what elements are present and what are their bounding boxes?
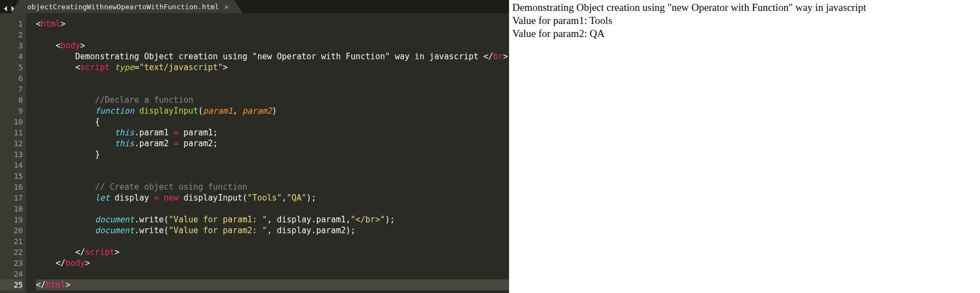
preview-line-3: Value for param2: QA <box>512 27 977 40</box>
preview-line-2: Value for param1: Tools <box>512 14 977 27</box>
line-number: 19 <box>0 214 23 225</box>
tab-filename: objectCreatingWithnewOpeartoWithFunction… <box>27 3 219 11</box>
line-number: 25 <box>0 279 23 290</box>
line-number: 24 <box>0 269 23 279</box>
code-editor-pane: objectCreatingWithnewOpeartoWithFunction… <box>0 0 509 293</box>
line-number: 1 <box>0 18 23 29</box>
line-number: 13 <box>0 149 23 160</box>
preview-line-1: Demonstrating Object creation using "new… <box>512 1 977 14</box>
tabbar: objectCreatingWithnewOpeartoWithFunction… <box>0 0 509 13</box>
line-number: 5 <box>0 62 23 73</box>
line-gutter: 1234567891011121314151617181920212223242… <box>0 13 26 293</box>
line-number: 2 <box>0 29 23 40</box>
line-number: 15 <box>0 171 23 182</box>
file-tab[interactable]: objectCreatingWithnewOpeartoWithFunction… <box>20 0 234 13</box>
line-number: 10 <box>0 116 23 127</box>
line-number: 18 <box>0 203 23 214</box>
line-number: 23 <box>0 258 23 269</box>
line-number: 3 <box>0 40 23 51</box>
line-number: 20 <box>0 225 23 236</box>
line-number: 16 <box>0 182 23 192</box>
line-number: 14 <box>0 160 23 171</box>
line-number: 11 <box>0 127 23 138</box>
line-number: 17 <box>0 192 23 203</box>
line-number: 21 <box>0 236 23 247</box>
line-number: 22 <box>0 247 23 258</box>
svg-marker-0 <box>4 6 7 11</box>
line-number: 6 <box>0 73 23 84</box>
line-number: 8 <box>0 95 23 105</box>
line-number: 9 <box>0 105 23 116</box>
line-number: 12 <box>0 138 23 149</box>
nav-back-icon[interactable] <box>3 6 9 11</box>
source-code[interactable]: <html> <body> Demonstrating Object creat… <box>26 13 509 293</box>
code-area: 1234567891011121314151617181920212223242… <box>0 13 509 293</box>
browser-preview-pane: Demonstrating Object creation using "new… <box>509 0 980 293</box>
line-number: 7 <box>0 84 23 95</box>
line-number: 4 <box>0 51 23 62</box>
close-icon[interactable]: × <box>224 3 229 11</box>
